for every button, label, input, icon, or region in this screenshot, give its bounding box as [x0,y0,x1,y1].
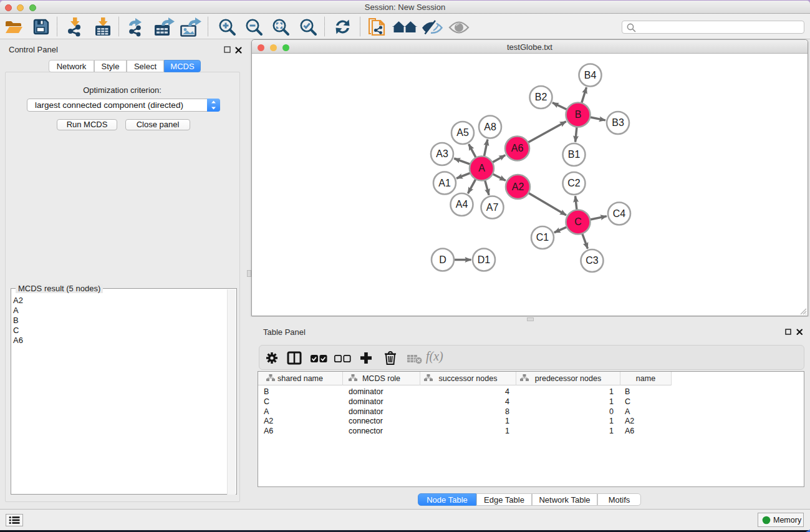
svg-text:D: D [439,254,446,265]
svg-text:B4: B4 [584,70,597,80]
svg-text:A6: A6 [511,143,524,153]
svg-text:C1: C1 [536,232,549,243]
svg-text:B: B [575,109,582,120]
svg-text:D1: D1 [478,254,491,265]
svg-text:A2: A2 [512,181,524,192]
svg-text:B2: B2 [535,92,547,102]
svg-text:A8: A8 [484,122,496,132]
svg-text:A7: A7 [486,202,499,213]
svg-text:A1: A1 [438,178,451,188]
svg-text:A4: A4 [456,199,468,210]
svg-text:A5: A5 [456,127,469,138]
svg-text:A3: A3 [436,148,448,159]
svg-text:C2: C2 [567,178,581,188]
svg-text:C3: C3 [586,255,599,266]
svg-text:B3: B3 [612,117,624,128]
svg-text:C: C [574,216,582,227]
svg-text:B1: B1 [568,149,581,160]
svg-text:A: A [478,163,485,173]
svg-text:C4: C4 [613,208,626,219]
